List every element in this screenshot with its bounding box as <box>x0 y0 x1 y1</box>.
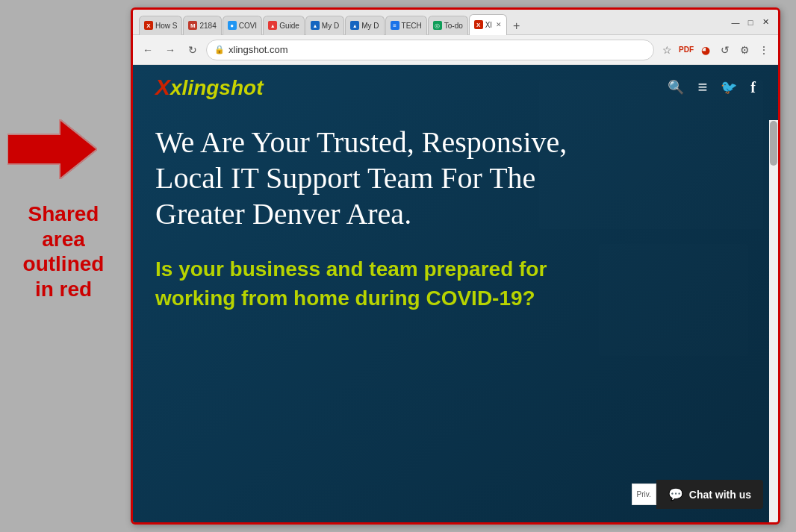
favicon-gmail: M <box>188 21 197 30</box>
tab-todo[interactable]: ◎ To-do <box>428 16 468 35</box>
url-bar[interactable]: 🔒 xlingshot.com <box>206 40 654 60</box>
forward-button[interactable]: → <box>161 41 179 59</box>
favicon-covi: ● <box>228 21 237 30</box>
tab-guide[interactable]: ▲ Guide <box>263 16 305 35</box>
tab-myd2[interactable]: ▲ My D <box>345 16 384 35</box>
menu-dots-icon[interactable]: ⋮ <box>756 42 772 58</box>
svg-marker-0 <box>7 119 97 179</box>
chat-button[interactable]: 💬 Chat with us <box>656 480 763 509</box>
toolbar-icons: ☆ PDF ◕ ↺ ⚙ ⋮ <box>659 42 772 58</box>
right-arrow-icon <box>7 119 97 179</box>
hero-subtitle: Is your business and team prepared for w… <box>155 254 573 313</box>
minimize-button[interactable]: — <box>730 17 741 28</box>
lock-icon: 🔒 <box>214 45 225 54</box>
tab-myd1[interactable]: ▲ My D <box>305 16 344 35</box>
back-button[interactable]: ← <box>139 41 157 59</box>
tabs-bar: X How S M 2184 ● COVI ▲ Guide ▲ My D <box>139 10 772 35</box>
bookmark-icon[interactable]: ☆ <box>659 42 675 58</box>
favicon-myd2: ▲ <box>350 21 359 30</box>
pdf-icon[interactable]: PDF <box>678 42 694 58</box>
favicon-todo: ◎ <box>433 21 442 30</box>
tab-how[interactable]: X How S <box>139 16 182 35</box>
extension-icon[interactable]: ⚙ <box>736 42 753 58</box>
tab-tech[interactable]: ≡ TECH <box>385 16 427 35</box>
reload-button[interactable]: ↻ <box>184 41 202 59</box>
menu-nav-icon[interactable]: ≡ <box>697 78 707 97</box>
logo-x: X <box>155 75 170 99</box>
chat-widget[interactable]: Priv. 💬 Chat with us <box>632 480 764 509</box>
tab-xl-active[interactable]: X Xl ✕ <box>469 14 507 35</box>
browser-window: X How S M 2184 ● COVI ▲ Guide ▲ My D <box>131 7 780 525</box>
address-bar: ← → ↻ 🔒 xlingshot.com ☆ PDF ◕ ↺ ⚙ ⋮ <box>133 35 778 65</box>
window-controls: — □ ✕ <box>730 17 771 28</box>
favicon-how: X <box>144 21 153 30</box>
chat-button-label: Chat with us <box>689 489 751 501</box>
logo-text: xlingshot <box>170 76 263 99</box>
website-content: Xxlingshot 🔍 ≡ 🐦 f We Are Your Trusted, … <box>133 65 778 522</box>
tab-close-icon[interactable]: ✕ <box>496 21 502 28</box>
site-logo: Xxlingshot <box>155 75 263 100</box>
favicon-myd1: ▲ <box>311 21 320 30</box>
close-button[interactable]: ✕ <box>760 17 771 28</box>
site-nav-icons: 🔍 ≡ 🐦 f <box>668 78 756 97</box>
hero-title: We Are Your Trusted, Responsive, Local I… <box>155 125 618 232</box>
refresh-icon[interactable]: ↺ <box>717 42 733 58</box>
site-navigation: Xxlingshot 🔍 ≡ 🐦 f <box>133 65 778 110</box>
chat-bubble-icon: 💬 <box>668 487 683 501</box>
arrow-container <box>7 119 97 182</box>
facebook-nav-icon[interactable]: f <box>750 79 756 96</box>
chat-privacy-label: Priv. <box>632 484 656 505</box>
favicon-xl: X <box>474 20 483 29</box>
tab-gmail[interactable]: M 2184 <box>183 16 221 35</box>
new-tab-button[interactable]: + <box>508 17 526 35</box>
search-nav-icon[interactable]: 🔍 <box>668 79 684 96</box>
maximize-button[interactable]: □ <box>745 17 756 28</box>
annotation-text: Shared area outlined in red <box>11 201 116 301</box>
annotation-panel: Shared area outlined in red <box>0 0 131 532</box>
favicon-guide: ▲ <box>268 21 277 30</box>
tab-covi[interactable]: ● COVI <box>223 16 262 35</box>
url-text: xlingshot.com <box>228 44 287 55</box>
pinterest-icon[interactable]: ◕ <box>697 42 714 58</box>
favicon-tech: ≡ <box>391 21 399 30</box>
hero-section: We Are Your Trusted, Responsive, Local I… <box>133 110 778 313</box>
title-bar: X How S M 2184 ● COVI ▲ Guide ▲ My D <box>133 10 778 35</box>
twitter-nav-icon[interactable]: 🐦 <box>721 79 737 96</box>
